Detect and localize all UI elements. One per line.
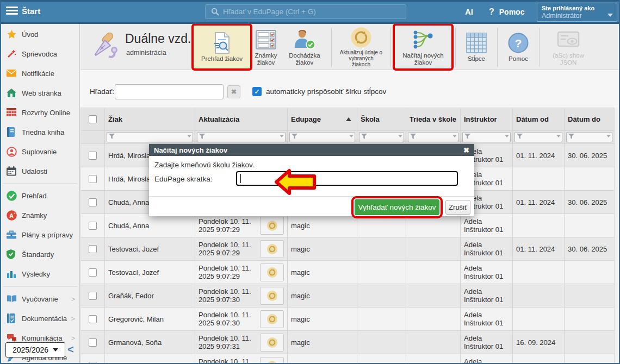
search-input[interactable] — [223, 8, 406, 16]
column-filter-dropdown[interactable] — [359, 132, 404, 142]
row-checkbox[interactable] — [89, 152, 97, 160]
ai-button[interactable]: AI — [465, 7, 473, 16]
refresh-student-button[interactable] — [260, 334, 284, 352]
question-icon: ? — [489, 7, 494, 16]
refresh-student-button[interactable] — [260, 217, 284, 235]
sidebar-item-web-str-nka[interactable]: Web stránka — [1, 83, 79, 103]
chevron-down-icon — [398, 135, 402, 137]
close-icon[interactable]: ✖ — [463, 146, 469, 154]
school-year-select[interactable]: 2025/2026 — [5, 342, 65, 357]
sidebar-item-rozvrhy-online[interactable]: Rozvrhy Online — [1, 103, 79, 122]
logged-in-user-menu[interactable]: Ste prihlásený ako Administrátor — [537, 3, 617, 22]
auto-width-checkbox[interactable]: ✓ — [252, 87, 262, 96]
toolbar-divider — [497, 28, 498, 67]
sidebar-item-sprievodca[interactable]: Sprievodca — [1, 44, 79, 64]
shield-check-icon — [7, 249, 17, 260]
bar-chart-icon — [7, 269, 17, 279]
column-header-d-tum-od[interactable]: Dátum od — [513, 108, 565, 131]
column-header--iak[interactable]: Žiak — [105, 108, 195, 131]
cell-ziak: Graňák, Fedor — [105, 284, 195, 307]
edupage-code-input[interactable] — [236, 171, 458, 186]
row-checkbox[interactable] — [89, 338, 97, 347]
cancel-button[interactable]: Zrušiť — [445, 200, 470, 215]
sidebar: ÚvodSprievodcaNotifikácieWeb stránkaRozv… — [1, 24, 80, 363]
cell-ziak — [105, 354, 195, 363]
hamburger-menu-icon[interactable] — [6, 7, 18, 17]
sidebar-collapse-icon[interactable]: < — [67, 343, 74, 356]
search-new-students-button[interactable]: Vyhľadať nových žiakov — [355, 199, 439, 215]
column-header--kola[interactable]: Škola — [357, 108, 406, 131]
row-checkbox[interactable] — [89, 362, 97, 363]
sidebar-item--tandardy[interactable]: Štandardy — [1, 244, 79, 264]
dialog-separator — [149, 196, 474, 197]
column-filter-dropdown[interactable] — [566, 132, 612, 142]
sidebar-item-vyu-ovanie[interactable]: Vyučovanie> — [1, 289, 79, 309]
sidebar-item-suplovanie[interactable]: Suplovanie — [1, 142, 79, 161]
clear-search-button[interactable]: ✖ — [227, 85, 240, 98]
column-header-aktualiz-cia[interactable]: Aktualizácia — [195, 108, 288, 131]
column-filter-dropdown[interactable] — [408, 132, 458, 142]
cell-datum-do — [565, 354, 615, 363]
row-checkbox[interactable] — [89, 315, 97, 323]
column-header-in-truktor[interactable]: Inštruktor — [461, 108, 513, 131]
help-button[interactable]: ?Pomoc — [489, 7, 524, 17]
sidebar-item-pl-ny-a-pr-pravy[interactable]: Plány a prípravy — [1, 225, 79, 244]
column-header-label: Edupage — [291, 115, 321, 123]
dialog-message: Zadajte kmeňovú školu žiakov. — [154, 161, 255, 169]
sidebar-item-label: Štandardy — [22, 250, 54, 259]
column-header-edupage[interactable]: Edupage — [288, 108, 357, 131]
refresh-student-button[interactable] — [260, 240, 284, 258]
column-filter-dropdown[interactable] — [462, 132, 511, 142]
refresh-student-button[interactable] — [260, 310, 284, 328]
cell-select — [81, 307, 105, 331]
sidebar-item-notifik-cie[interactable]: Notifikácie — [1, 64, 79, 83]
refresh-student-button[interactable] — [260, 287, 284, 305]
sidebar-item-zn-mky[interactable]: A+Známky — [1, 205, 79, 225]
row-checkbox[interactable] — [89, 198, 97, 206]
row-checkbox[interactable] — [89, 175, 97, 183]
sidebar-item-label: Rozvrhy Online — [22, 109, 70, 117]
column-filter-dropdown[interactable] — [107, 132, 193, 142]
toolbar-button-na-taj-nov-ch-iakov[interactable]: Načítaj nových žiakov — [395, 26, 451, 68]
global-search[interactable] — [205, 4, 406, 19]
column-header-trieda-v-kole[interactable]: Trieda v škole — [406, 108, 461, 131]
sidebar-item-label: Suplovanie — [22, 148, 57, 156]
sidebar-item-preh-ad[interactable]: Prehľad — [1, 186, 79, 205]
toolbar-button-preh-ad-iakov[interactable]: Prehľad žiakov — [194, 26, 250, 68]
sidebar-item-label: Triedna kniha — [22, 128, 64, 136]
chevron-down-icon — [187, 135, 191, 137]
column-header-label: Žiak — [108, 115, 122, 123]
row-checkbox[interactable] — [89, 245, 97, 253]
help-label: Pomoc — [499, 8, 525, 16]
table-search-input[interactable] — [115, 84, 224, 99]
toolbar-button-zn-mky-iakov[interactable]: Známky žiakov — [250, 26, 282, 68]
toolbar-button-doch-dzka-iakov[interactable]: Dochádzka žiakov — [282, 26, 327, 68]
sidebar-item-label: Web stránka — [22, 89, 61, 97]
column-filter-dropdown[interactable] — [197, 132, 286, 142]
sidebar-item-udalosti[interactable]: Udalosti — [1, 161, 79, 181]
column-header-d-tum-do[interactable]: Dátum do — [565, 108, 615, 131]
sidebar-item-v-sledky[interactable]: Výsledky — [1, 264, 79, 284]
column-filter-dropdown[interactable] — [514, 132, 562, 142]
sidebar-item-dokument-cia[interactable]: Dokumentácia> — [1, 309, 79, 328]
toolbar-button-aktualizuj-daje-o-vybran-ch-iakoch[interactable]: Aktualizuj údaje o vybraných žiakoch — [336, 26, 387, 68]
refresh-student-button[interactable] — [260, 263, 284, 281]
row-checkbox[interactable] — [89, 222, 97, 230]
update-timestamp: Pondelok 10. 11. 2025 9:07:31 — [199, 357, 258, 363]
envelope-icon — [7, 68, 17, 79]
wand-icon — [7, 49, 17, 59]
refresh-student-button[interactable] — [260, 357, 284, 363]
row-checkbox[interactable] — [89, 268, 97, 277]
vertical-scrollbar[interactable] — [614, 108, 619, 363]
toolbar-button-pomoc[interactable]: ?Pomoc — [501, 26, 535, 68]
cell-trieda-v-skole — [406, 354, 461, 363]
cell-skola — [357, 284, 406, 307]
sidebar-item-triedna-kniha[interactable]: Triedna kniha — [1, 122, 79, 142]
row-checkbox[interactable] — [89, 292, 97, 300]
start-menu[interactable]: Štart — [22, 7, 40, 16]
cell-edupage: magic — [288, 307, 357, 331]
sidebar-item--vod[interactable]: Úvod — [1, 24, 79, 44]
toolbar-button-st-pce[interactable]: Stĺpce — [460, 26, 493, 68]
column-filter-dropdown[interactable] — [289, 132, 355, 142]
select-all-checkbox[interactable] — [89, 115, 97, 123]
